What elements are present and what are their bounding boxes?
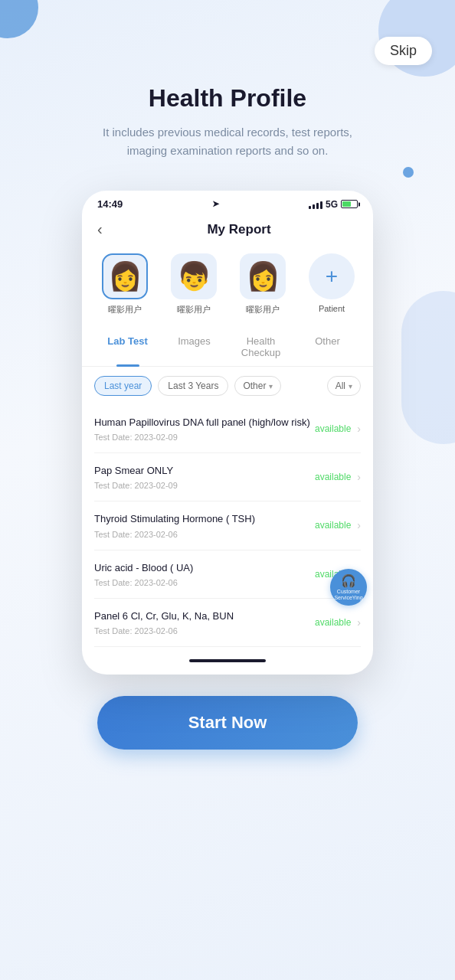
headset-icon: 🎧: [341, 573, 356, 588]
record-name-3: Thyroid Stimulating Hormone ( TSH): [94, 512, 315, 526]
status-bar: 14:49 ➤ 5G: [82, 191, 373, 214]
record-status-1: available: [315, 423, 351, 434]
patient-card-2[interactable]: 👦 曜影用户: [163, 253, 224, 315]
record-status-2: available: [315, 472, 351, 482]
avatar-3: 👩: [240, 253, 286, 299]
record-info-1: Human Papillovirus DNA full panel (high/…: [94, 416, 315, 442]
record-item-2[interactable]: Pap Smear ONLY Test Date: 2023-02-09 ava…: [94, 453, 361, 501]
record-info-4: Uric acid - Blood ( UA) Test Date: 2023-…: [94, 561, 315, 587]
add-patient-label: Patient: [319, 304, 345, 313]
record-item-3[interactable]: Thyroid Stimulating Hormone ( TSH) Test …: [94, 501, 361, 550]
chevron-right-icon-2: ›: [357, 471, 361, 483]
record-date-5: Test Date: 2023-02-06: [94, 626, 315, 635]
skip-button[interactable]: Skip: [375, 37, 432, 65]
chevron-right-icon-3: ›: [357, 519, 361, 531]
home-indicator: [189, 659, 266, 662]
avatar-1: 👩: [102, 253, 148, 299]
dot-decoration: [403, 167, 414, 178]
filter-other[interactable]: Other ▾: [234, 376, 281, 396]
nav-bar: ‹ My Report: [82, 214, 373, 247]
record-item-4[interactable]: Uric acid - Blood ( UA) Test Date: 2023-…: [94, 550, 361, 599]
filter-last-year[interactable]: Last year: [94, 376, 152, 396]
battery-icon: [341, 200, 358, 208]
patient-card-3[interactable]: 👩 曜影用户: [232, 253, 293, 315]
bottom-indicator: [82, 647, 373, 675]
chevron-right-icon-5: ›: [357, 616, 361, 629]
add-icon: +: [309, 253, 355, 299]
avatar-2: 👦: [171, 253, 217, 299]
record-date-1: Test Date: 2023-02-09: [94, 433, 315, 442]
patient-name-1: 曜影用户: [108, 304, 142, 315]
filter-all[interactable]: All ▾: [327, 376, 361, 396]
tab-other[interactable]: Other: [294, 328, 361, 366]
record-info-2: Pap Smear ONLY Test Date: 2023-02-09: [94, 464, 315, 490]
chevron-right-icon-1: ›: [357, 423, 361, 435]
record-name-4: Uric acid - Blood ( UA): [94, 561, 315, 575]
avatar-emoji-1: 👩: [108, 263, 142, 290]
add-patient-button[interactable]: + Patient: [301, 253, 362, 315]
record-date-4: Test Date: 2023-02-06: [94, 578, 315, 587]
page-subtitle: It includes previous medical records, te…: [82, 123, 373, 160]
record-status-5: available: [315, 617, 351, 628]
location-icon: ➤: [212, 199, 219, 209]
record-status-3: available: [315, 520, 351, 531]
patient-name-2: 曜影用户: [177, 304, 211, 315]
page-title: Health Profile: [0, 84, 455, 113]
avatar-emoji-2: 👦: [177, 263, 211, 290]
status-time: 14:49: [97, 198, 123, 210]
record-name-5: Panel 6 Cl, Cr, Glu, K, Na, BUN: [94, 609, 315, 623]
record-item-1[interactable]: Human Papillovirus DNA full panel (high/…: [94, 405, 361, 453]
record-item-5[interactable]: Panel 6 Cl, Cr, Glu, K, Na, BUN Test Dat…: [94, 599, 361, 647]
filter-row: Last year Last 3 Years Other ▾ All ▾: [82, 367, 373, 405]
record-info-3: Thyroid Stimulating Hormone ( TSH) Test …: [94, 512, 315, 538]
tab-images[interactable]: Images: [161, 328, 228, 366]
status-right: 5G: [309, 199, 358, 210]
back-button[interactable]: ‹: [97, 220, 120, 238]
record-info-5: Panel 6 Cl, Cr, Glu, K, Na, BUN Test Dat…: [94, 609, 315, 635]
tab-health-checkup[interactable]: Health Checkup: [228, 328, 294, 366]
nav-title: My Report: [120, 222, 358, 237]
blob-decoration-mid: [401, 291, 455, 444]
patient-card-1[interactable]: 👩 曜影用户: [94, 253, 155, 315]
start-now-button[interactable]: Start Now: [97, 696, 358, 750]
records-list: Human Papillovirus DNA full panel (high/…: [82, 405, 373, 647]
filter-last-3-years[interactable]: Last 3 Years: [158, 376, 228, 396]
signal-icon: [309, 200, 322, 209]
record-date-2: Test Date: 2023-02-09: [94, 481, 315, 490]
avatar-emoji-3: 👩: [246, 263, 280, 290]
start-button-container: Start Now: [0, 675, 455, 780]
tabs-row: Lab Test Images Health Checkup Other: [82, 328, 373, 367]
patients-row: 👩 曜影用户 👦 曜影用户 👩 曜影用户 + Patient: [82, 247, 373, 328]
patient-name-3: 曜影用户: [246, 304, 280, 315]
customer-service-label: CustomerServiceYing: [334, 589, 362, 600]
record-name-2: Pap Smear ONLY: [94, 464, 315, 478]
record-date-3: Test Date: 2023-02-06: [94, 530, 315, 539]
chevron-down-icon: ▾: [269, 382, 273, 390]
chevron-down-icon-all: ▾: [349, 382, 352, 390]
customer-service-button[interactable]: 🎧 CustomerServiceYing: [330, 569, 367, 606]
record-name-1: Human Papillovirus DNA full panel (high/…: [94, 416, 315, 430]
tab-lab-test[interactable]: Lab Test: [94, 328, 161, 366]
phone-mockup: 14:49 ➤ 5G ‹ My Report 👩 曜影用户: [82, 191, 373, 675]
network-type: 5G: [326, 199, 338, 210]
